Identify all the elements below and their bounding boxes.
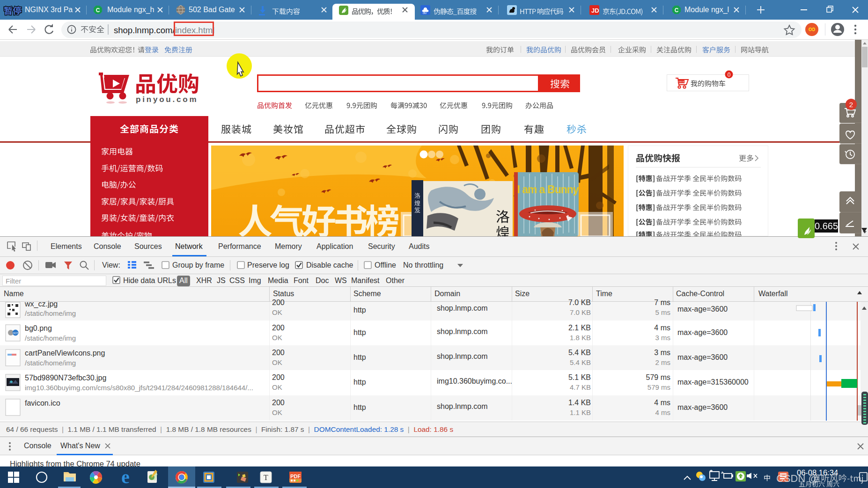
svg-text:I am a Bunny: I am a Bunny	[517, 183, 579, 196]
